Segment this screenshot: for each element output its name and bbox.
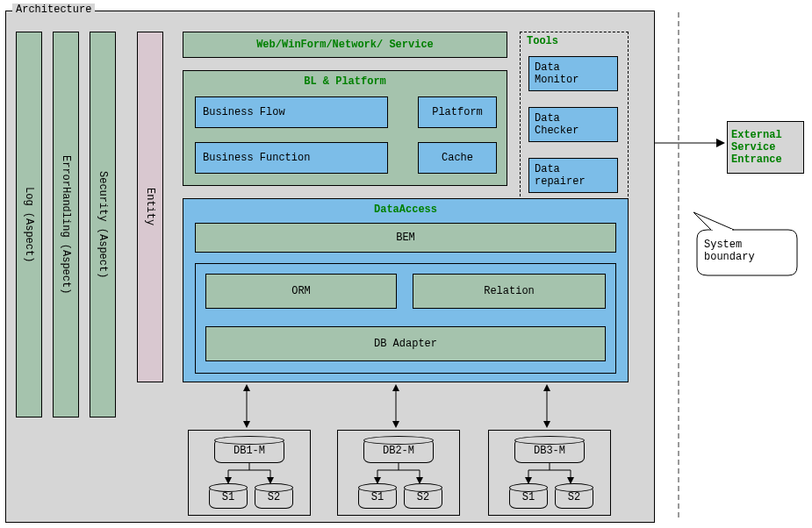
aspect-security: Security (Aspect) [90,32,116,417]
top-layer: Web/WinForm/Network/ Service [183,32,507,58]
db3-s1: S1 [509,486,548,509]
db2-s2: S2 [404,486,442,509]
da-adapter: DB Adapter [205,326,606,361]
external-service: External Service Entrance [727,121,804,174]
db1-m: DB1-M [214,439,284,463]
da-title: DataAccess [183,203,629,216]
aspect-security-label: Security (Aspect) [97,171,109,278]
svg-marker-2 [243,421,250,428]
svg-marker-4 [392,384,399,391]
arrow-db1 [242,384,251,428]
aspect-error-label: ErrorHandling (Aspect) [60,155,72,294]
arrow-db3 [543,384,551,428]
bl-cache: Cache [418,142,497,174]
tool-checker: Data Checker [528,107,618,142]
aspect-log-label: Log (Aspect) [23,187,35,262]
tool-repairer: Data repairer [528,158,618,193]
bl-platform: Platform [418,96,497,128]
arrow-db2 [392,384,400,428]
db1-s1: S1 [209,486,248,509]
aspect-log: Log (Aspect) [16,32,42,417]
top-layer-label: Web/WinForm/Network/ Service [256,39,434,51]
da-bem: BEM [195,223,616,253]
svg-marker-7 [543,384,550,391]
boundary-label: System boundary [704,239,755,263]
bl-flow: Business Flow [195,96,388,128]
da-orm: ORM [205,274,397,309]
entity-bar: Entity [137,32,163,382]
db2-lines [372,463,425,484]
db3-lines [523,463,576,484]
boundary-line [678,12,679,517]
db1-s2: S2 [255,486,293,509]
tool-monitor: Data Monitor [528,56,618,91]
architecture-title: Architecture [12,4,95,16]
db2-s1: S1 [358,486,397,509]
svg-marker-8 [543,421,550,428]
bl-function: Business Function [195,142,388,174]
aspect-error: ErrorHandling (Aspect) [53,32,79,417]
svg-marker-1 [243,384,250,391]
db3-s2: S2 [555,486,593,509]
da-relation: Relation [413,274,606,309]
arrow-external [655,137,725,149]
svg-marker-5 [392,421,399,428]
svg-marker-16 [716,139,725,147]
bl-title: BL & Platform [183,75,507,88]
db1-lines [223,463,276,484]
tools-title: Tools [527,35,558,47]
entity-label: Entity [144,188,156,225]
db2-m: DB2-M [363,439,434,463]
db3-m: DB3-M [514,439,585,463]
